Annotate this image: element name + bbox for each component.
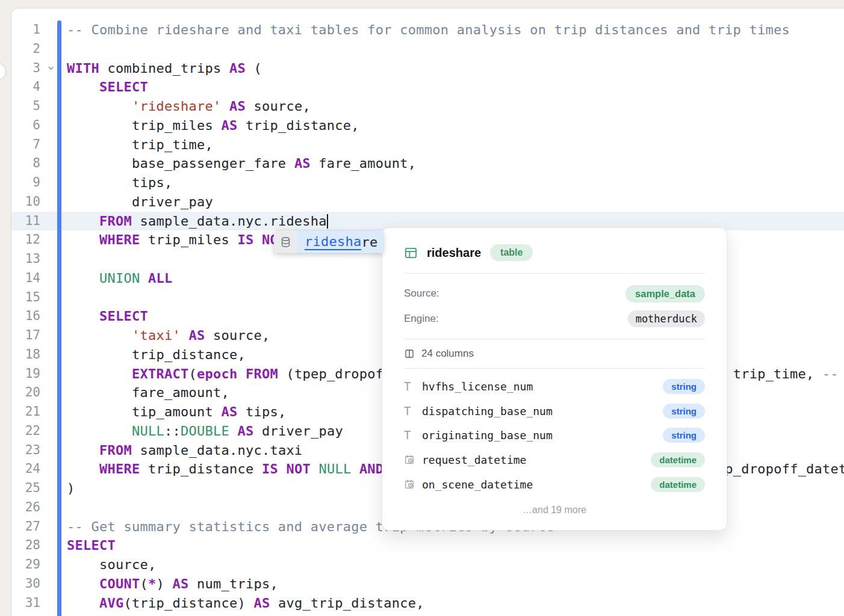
column-type-badge: datetime: [651, 452, 705, 467]
line-number: 4: [11, 78, 40, 97]
code-line-text: SELECT: [67, 536, 844, 555]
table-card-header: rideshare table: [382, 228, 727, 273]
line-number: 10: [11, 192, 40, 212]
column-name: originating_base_num: [422, 429, 663, 442]
code-line[interactable]: 7 trip_time,: [11, 135, 844, 155]
code-line-text: AVG(trip_time) AS avg_trip_time,: [67, 612, 844, 616]
line-number: 24: [11, 460, 40, 479]
code-line[interactable]: 10 driver_pay: [11, 192, 844, 212]
code-line-text: tips,: [67, 173, 844, 192]
code-line[interactable]: 29 source,: [11, 555, 844, 574]
code-line-text: trip_miles AS trip_distance,: [67, 116, 844, 135]
line-number: 16: [11, 307, 40, 326]
code-line[interactable]: 8 base_passenger_fare AS fare_amount,: [11, 154, 844, 173]
text-cursor: [327, 214, 328, 229]
line-number: 30: [11, 574, 40, 594]
line-number: 2: [11, 40, 40, 59]
table-meta-row: Engine:motherduck: [404, 306, 705, 331]
database-icon: [274, 230, 297, 253]
table-meta-section: Source:sample_dataEngine:motherduck: [382, 274, 727, 339]
columns-icon: [404, 348, 415, 359]
code-line-text: base_passenger_fare AS fare_amount,: [67, 154, 844, 173]
code-line[interactable]: 32 AVG(trip_time) AS avg_trip_time,: [11, 612, 844, 616]
column-name: dispatching_base_num: [422, 405, 663, 417]
autocomplete-match-text: ridesha: [305, 234, 361, 250]
line-number: 1: [11, 20, 40, 40]
table-icon: [404, 246, 418, 260]
code-line[interactable]: 2: [11, 40, 844, 59]
column-name: hvfhs_license_num: [422, 380, 663, 393]
code-line-text: WITH combined_trips AS (: [67, 59, 844, 78]
table-info-card: rideshare table Source:sample_dataEngine…: [382, 227, 727, 531]
code-line-text: source,: [67, 555, 844, 574]
column-name: on_scene_datetime: [422, 478, 651, 491]
code-line-text: driver_pay: [67, 192, 844, 212]
line-number: 8: [11, 154, 40, 173]
code-line-text: trip_time,: [67, 135, 844, 155]
meta-label: Engine:: [404, 313, 439, 325]
autocomplete-item-rideshare[interactable]: rideshare: [297, 230, 383, 253]
line-number: 3: [11, 59, 40, 78]
meta-value-badge: sample_data: [625, 285, 705, 303]
line-number: 12: [11, 230, 40, 250]
column-type-badge: string: [663, 379, 705, 394]
code-line[interactable]: 28SELECT: [11, 536, 844, 555]
text-type-icon: T: [404, 381, 422, 392]
datetime-type-icon: [404, 479, 422, 490]
motherduck-sql-notebook: { "editor": { "lines": [ {"n":"1","seg":…: [0, 0, 844, 616]
column-type-badge: datetime: [651, 477, 705, 492]
code-line-text: AVG(trip_distance) AS avg_trip_distance,: [67, 594, 844, 613]
text-type-icon: T: [404, 430, 422, 441]
line-number: 19: [11, 365, 40, 384]
table-name: rideshare: [427, 246, 481, 260]
line-number: 13: [11, 250, 40, 269]
line-number: 17: [11, 326, 40, 345]
code-line[interactable]: 3WITH combined_trips AS (: [11, 59, 844, 78]
columns-list: Thvfhs_license_numstringTdispatching_bas…: [382, 369, 727, 497]
code-line[interactable]: 4 SELECT: [11, 78, 844, 97]
column-row[interactable]: on_scene_datetimedatetime: [404, 472, 705, 497]
line-number: 5: [11, 97, 40, 116]
code-line-text: 'rideshare' AS source,: [67, 97, 844, 116]
autocomplete-popup: rideshare: [274, 230, 383, 253]
columns-count-text: 24 columns: [421, 348, 474, 360]
line-number: 11: [11, 212, 40, 231]
code-line[interactable]: 30 COUNT(*) AS num_trips,: [11, 574, 844, 594]
code-line[interactable]: 1-- Combine rideshare and taxi tables fo…: [11, 20, 844, 40]
table-meta-row: Source:sample_data: [404, 281, 705, 306]
meta-value-badge: motherduck: [628, 310, 705, 327]
line-number: 15: [11, 288, 40, 307]
autocomplete-rest-text: re: [361, 235, 377, 250]
line-number: 26: [11, 498, 40, 517]
column-type-badge: string: [663, 404, 705, 419]
more-columns-text: …and 19 more: [382, 497, 727, 530]
column-row[interactable]: request_datetimedatetime: [404, 448, 705, 472]
column-type-badge: string: [663, 428, 705, 443]
column-row[interactable]: Toriginating_base_numstring: [404, 423, 705, 448]
edge-handle[interactable]: [0, 63, 6, 81]
column-row[interactable]: Thvfhs_license_numstring: [404, 374, 705, 399]
columns-count-row: 24 columns: [382, 339, 727, 368]
text-type-icon: T: [404, 405, 422, 417]
code-line-text: -- Combine rideshare and taxi tables for…: [67, 20, 844, 40]
line-number: 29: [11, 555, 40, 574]
line-number: 18: [11, 345, 40, 365]
line-number: 6: [11, 116, 40, 135]
code-line[interactable]: 6 trip_miles AS trip_distance,: [11, 116, 844, 135]
code-line[interactable]: 5 'rideshare' AS source,: [11, 97, 844, 116]
code-line[interactable]: 9 tips,: [11, 173, 844, 192]
column-row[interactable]: Tdispatching_base_numstring: [404, 399, 705, 424]
column-name: request_datetime: [422, 454, 651, 466]
line-number: 25: [11, 479, 40, 498]
table-type-badge: table: [490, 244, 533, 261]
line-number: 31: [11, 594, 40, 613]
code-line-text: COUNT(*) AS num_trips,: [67, 574, 844, 594]
line-number: 20: [11, 383, 40, 402]
line-number: 23: [11, 441, 40, 460]
line-number: 7: [11, 135, 40, 155]
line-number: 32: [11, 612, 40, 616]
cell-focus-bar: [57, 20, 61, 616]
code-line[interactable]: 31 AVG(trip_distance) AS avg_trip_distan…: [11, 594, 844, 613]
line-number: 21: [11, 402, 40, 422]
fold-chevron-icon[interactable]: [45, 59, 57, 78]
